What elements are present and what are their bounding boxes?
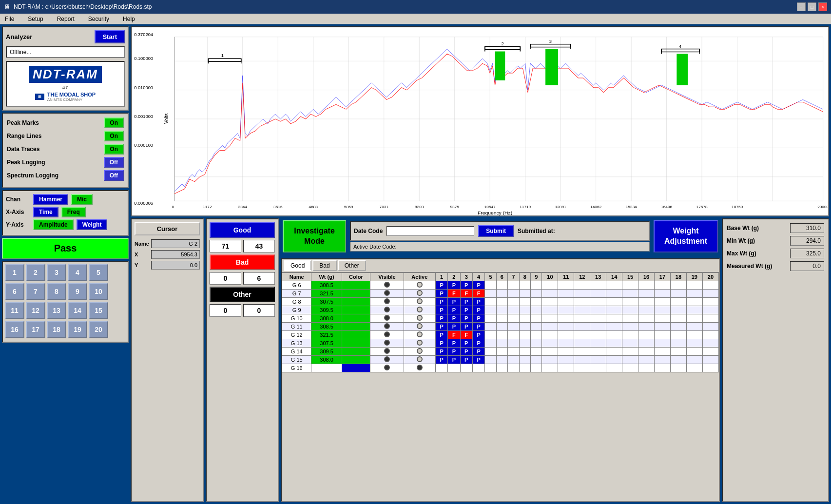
cursor-button[interactable]: Cursor bbox=[135, 222, 200, 235]
mic-button[interactable]: Mic bbox=[71, 194, 93, 205]
cell-peak-17 bbox=[655, 364, 671, 372]
cell-active[interactable] bbox=[404, 330, 435, 339]
num-cell-4[interactable]: 4 bbox=[68, 264, 87, 281]
cell-peak-19 bbox=[686, 322, 702, 330]
cell-visible[interactable] bbox=[370, 297, 404, 306]
menu-security[interactable]: Security bbox=[85, 15, 112, 23]
cell-active[interactable] bbox=[404, 314, 435, 322]
spectrum-logging-row: Spectrum Logging Off bbox=[7, 170, 124, 181]
data-traces-button[interactable]: On bbox=[104, 144, 124, 155]
submit-button[interactable]: Submit bbox=[478, 225, 514, 237]
menu-report[interactable]: Report bbox=[54, 15, 77, 23]
date-code-input[interactable] bbox=[387, 226, 474, 236]
tab-other[interactable]: Other bbox=[338, 260, 366, 271]
cell-active[interactable] bbox=[404, 364, 435, 372]
cell-active[interactable] bbox=[404, 339, 435, 347]
cell-active[interactable] bbox=[404, 355, 435, 364]
other-button[interactable]: Other bbox=[210, 287, 275, 302]
num-cell-11[interactable]: 11 bbox=[5, 302, 24, 319]
num-cell-8[interactable]: 8 bbox=[47, 283, 66, 300]
menu-bar: File Setup Report Security Help bbox=[0, 14, 831, 24]
hammer-button[interactable]: Hammer bbox=[33, 194, 68, 205]
bad-button[interactable]: Bad bbox=[210, 254, 275, 270]
cell-peak-4: P bbox=[472, 306, 484, 314]
num-cell-1[interactable]: 1 bbox=[5, 264, 24, 281]
maximize-button[interactable]: □ bbox=[808, 2, 816, 11]
controls-panel: Peak Marks On Range Lines On Data Traces… bbox=[2, 113, 129, 188]
num-cell-9[interactable]: 9 bbox=[68, 283, 87, 300]
cell-visible[interactable] bbox=[370, 347, 404, 355]
start-button[interactable]: Start bbox=[95, 30, 125, 43]
cell-active[interactable] bbox=[404, 281, 435, 289]
spectrum-logging-button[interactable]: Off bbox=[104, 170, 124, 181]
amplitude-button[interactable]: Amplitude bbox=[33, 219, 74, 230]
num-cell-18[interactable]: 18 bbox=[47, 321, 66, 338]
range-lines-button[interactable]: On bbox=[104, 131, 124, 141]
peak-logging-button[interactable]: Off bbox=[104, 157, 124, 168]
num-cell-2[interactable]: 2 bbox=[26, 264, 45, 281]
num-cell-6[interactable]: 6 bbox=[5, 283, 24, 300]
col-color: Color bbox=[342, 272, 370, 281]
num-cell-3[interactable]: 3 bbox=[47, 264, 66, 281]
num-cell-19[interactable]: 19 bbox=[68, 321, 87, 338]
cell-peak-12 bbox=[574, 355, 590, 364]
num-cell-17[interactable]: 17 bbox=[26, 321, 45, 338]
num-cell-13[interactable]: 13 bbox=[47, 302, 66, 319]
weight-adjustment-button[interactable]: Weight Adjustment bbox=[654, 220, 718, 252]
data-table-scroll[interactable]: Name Wt (g) Color Visible Active 1 2 3 4 bbox=[282, 272, 719, 501]
close-button[interactable]: × bbox=[818, 2, 827, 11]
cell-visible[interactable] bbox=[370, 364, 404, 372]
menu-help[interactable]: Help bbox=[120, 15, 138, 23]
cell-peak-18 bbox=[670, 330, 686, 339]
svg-text:7031: 7031 bbox=[380, 205, 389, 209]
minimize-button[interactable]: − bbox=[797, 2, 806, 11]
cell-visible[interactable] bbox=[370, 330, 404, 339]
tab-bad[interactable]: Bad bbox=[312, 260, 336, 271]
cell-visible[interactable] bbox=[370, 339, 404, 347]
num-cell-7[interactable]: 7 bbox=[26, 283, 45, 300]
num-cell-20[interactable]: 20 bbox=[89, 321, 108, 338]
logo-tms-row: ⊞ THE MODAL SHOP AN MTS COMPANY bbox=[35, 92, 96, 102]
titlebar-controls[interactable]: − □ × bbox=[797, 2, 827, 11]
time-button[interactable]: Time bbox=[33, 207, 58, 217]
cell-wt: 308.0 bbox=[311, 314, 342, 322]
investigate-label: Investigate Mode bbox=[294, 227, 335, 245]
num-cell-12[interactable]: 12 bbox=[26, 302, 45, 319]
cell-visible[interactable] bbox=[370, 281, 404, 289]
num-cell-16[interactable]: 16 bbox=[5, 321, 24, 338]
spectrum-chart[interactable]: 0.370204 0.100000 0.010000 0.001000 0.00… bbox=[132, 27, 828, 215]
cell-peak-7 bbox=[508, 289, 519, 297]
good-button[interactable]: Good bbox=[210, 222, 275, 238]
cell-visible[interactable] bbox=[370, 289, 404, 297]
investigate-mode-button[interactable]: Investigate Mode bbox=[283, 220, 346, 252]
menu-file[interactable]: File bbox=[2, 15, 17, 23]
svg-text:3: 3 bbox=[549, 39, 552, 44]
cell-peak-9 bbox=[531, 364, 542, 372]
cell-peak-8 bbox=[519, 289, 530, 297]
pass-fail-indicator[interactable]: Pass bbox=[2, 238, 129, 259]
cell-peak-14 bbox=[606, 322, 622, 330]
peak-marks-button[interactable]: On bbox=[104, 117, 124, 128]
freq-button[interactable]: Freq bbox=[61, 207, 86, 217]
cell-active[interactable] bbox=[404, 347, 435, 355]
num-cell-10[interactable]: 10 bbox=[89, 283, 108, 300]
cell-active[interactable] bbox=[404, 306, 435, 314]
menu-setup[interactable]: Setup bbox=[25, 15, 46, 23]
cell-visible[interactable] bbox=[370, 306, 404, 314]
offline-status: Offline... bbox=[6, 46, 125, 58]
cell-peak-11 bbox=[558, 306, 574, 314]
num-cell-14[interactable]: 14 bbox=[68, 302, 87, 319]
cell-peak-16 bbox=[638, 322, 655, 330]
cell-active[interactable] bbox=[404, 289, 435, 297]
cell-visible[interactable] bbox=[370, 322, 404, 330]
cell-wt: 307.5 bbox=[311, 339, 342, 347]
tab-good[interactable]: Good bbox=[284, 260, 311, 271]
cell-active[interactable] bbox=[404, 297, 435, 306]
cell-active[interactable] bbox=[404, 322, 435, 330]
cell-visible[interactable] bbox=[370, 314, 404, 322]
cell-wt: 307.5 bbox=[311, 297, 342, 306]
weight-button[interactable]: Weight bbox=[77, 219, 108, 230]
num-cell-15[interactable]: 15 bbox=[89, 302, 108, 319]
num-cell-5[interactable]: 5 bbox=[89, 264, 108, 281]
cell-visible[interactable] bbox=[370, 355, 404, 364]
